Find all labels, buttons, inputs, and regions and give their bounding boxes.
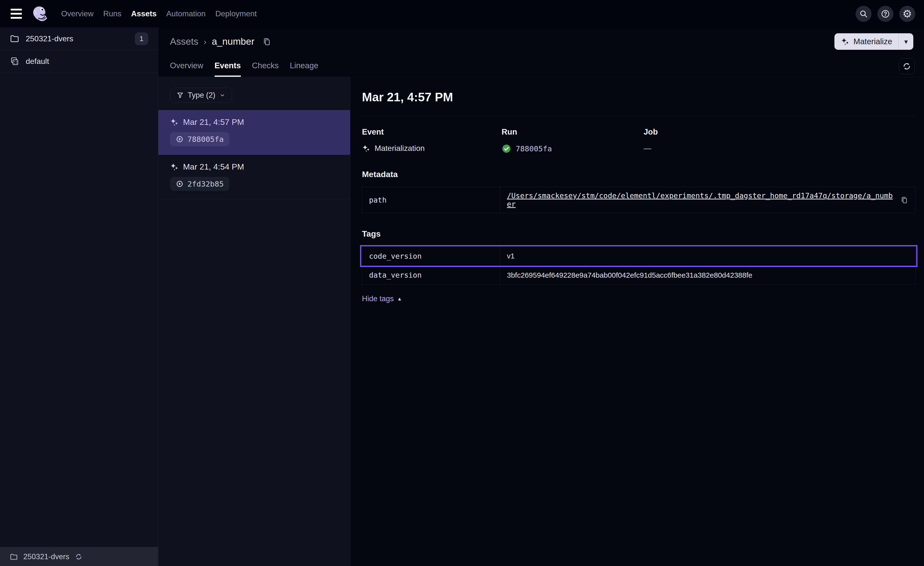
events-layout: Type (2) Mar 21, 4:57 PM 788005fa	[158, 77, 924, 566]
triangle-up-icon: ▲	[397, 296, 402, 302]
event-list-item[interactable]: Mar 21, 4:57 PM 788005fa	[158, 110, 350, 155]
event-list: Mar 21, 4:57 PM 788005fa Mar 21, 4:54 PM	[158, 110, 350, 199]
sidebar-item-250321-dvers[interactable]: 250321-dvers 1	[0, 27, 158, 50]
main-nav: Overview Runs Assets Automation Deployme…	[61, 9, 257, 18]
dagster-logo-icon[interactable]	[32, 5, 48, 23]
tab-events[interactable]: Events	[214, 61, 241, 77]
run-status-icon	[176, 180, 183, 188]
tag-value: v1	[507, 252, 514, 260]
materialization-sparkle-icon	[362, 144, 370, 152]
run-id-badge[interactable]: 2fd32b85	[170, 177, 230, 191]
tags-table: code_version v1 data_version 3bfc269594e…	[362, 246, 915, 285]
materialization-sparkle-icon	[170, 163, 178, 171]
event-column: Event Materialization	[362, 127, 502, 154]
asset-group-icon	[10, 56, 20, 66]
materialize-label: Materialize	[854, 37, 892, 46]
code-location-label: 250321-dvers	[23, 552, 69, 561]
event-detail-title: Mar 21, 4:57 PM	[362, 90, 915, 104]
type-filter-button[interactable]: Type (2)	[170, 88, 232, 103]
tab-checks[interactable]: Checks	[252, 61, 279, 77]
event-type-value: Materialization	[375, 144, 424, 153]
metadata-heading: Metadata	[362, 170, 915, 179]
folder-icon	[10, 552, 18, 561]
run-column-label: Run	[502, 127, 644, 137]
nav-assets[interactable]: Assets	[131, 9, 157, 18]
run-column: Run 788005fa	[502, 127, 644, 154]
nav-runs[interactable]: Runs	[103, 9, 122, 18]
sidebar: 250321-dvers 1 default 250321-dvers	[0, 27, 158, 566]
search-icon	[859, 9, 868, 18]
table-row: data_version 3bfc269594ef649228e9a74bab0…	[362, 265, 915, 285]
materialize-split-button: Materialize ▾	[834, 33, 914, 50]
search-button[interactable]	[855, 6, 872, 22]
menu-icon[interactable]	[10, 9, 22, 19]
table-row: code_version v1	[362, 247, 915, 265]
copy-icon	[262, 37, 272, 46]
tag-value: 3bfc269594ef649228e9a74bab00f042efc91d5a…	[507, 271, 752, 279]
page-header: Assets › a_number Materialize ▾	[158, 27, 924, 56]
metadata-path-link[interactable]: /Users/smackesey/stm/code/elementl/exper…	[507, 191, 893, 208]
filter-funnel-icon	[177, 92, 184, 99]
run-success-icon	[502, 144, 511, 154]
run-id-link[interactable]: 788005fa	[516, 144, 552, 153]
tags-heading: Tags	[362, 229, 915, 239]
sidebar-footer-code-location[interactable]: 250321-dvers	[0, 547, 158, 566]
job-column: Job —	[644, 127, 915, 154]
chevron-down-icon	[219, 92, 225, 98]
run-id: 2fd32b85	[188, 179, 224, 188]
metadata-table: path /Users/smackesey/stm/code/elementl/…	[362, 187, 915, 213]
event-summary-columns: Event Materialization Run 788005fa	[362, 127, 915, 154]
job-column-label: Job	[644, 127, 915, 137]
event-timestamp: Mar 21, 4:57 PM	[183, 117, 244, 127]
tab-overview[interactable]: Overview	[170, 61, 204, 77]
breadcrumb-assets-link[interactable]: Assets	[170, 36, 198, 47]
sparkle-icon	[841, 37, 849, 46]
run-id: 788005fa	[188, 135, 224, 144]
tag-key: data_version	[362, 266, 500, 285]
help-button[interactable]	[878, 6, 893, 22]
event-list-item[interactable]: Mar 21, 4:54 PM 2fd32b85	[158, 155, 350, 199]
event-detail-panel: Mar 21, 4:57 PM Event Materialization Ru…	[350, 77, 924, 566]
refresh-icon[interactable]	[75, 553, 82, 561]
nav-deployment[interactable]: Deployment	[215, 9, 257, 18]
events-list-panel: Type (2) Mar 21, 4:57 PM 788005fa	[158, 77, 350, 566]
nav-automation[interactable]: Automation	[166, 9, 206, 18]
copy-asset-name-button[interactable]	[262, 37, 272, 46]
gear-icon: ⚙	[902, 9, 912, 19]
asset-name: a_number	[212, 36, 254, 47]
refresh-events-button[interactable]	[899, 58, 915, 74]
breadcrumb: Assets › a_number	[170, 36, 272, 47]
help-icon	[881, 9, 890, 18]
caret-down-icon: ▾	[904, 38, 908, 46]
copy-icon	[900, 196, 909, 204]
tag-key: code_version	[362, 247, 500, 265]
refresh-icon	[902, 62, 911, 71]
top-navbar: Overview Runs Assets Automation Deployme…	[0, 0, 924, 27]
metadata-key: path	[362, 187, 500, 213]
folder-icon	[10, 34, 20, 44]
sidebar-item-default[interactable]: default	[0, 50, 158, 73]
materialize-dropdown-button[interactable]: ▾	[899, 33, 914, 50]
asset-count-badge: 1	[135, 32, 148, 45]
run-status-icon	[176, 135, 183, 143]
nav-overview[interactable]: Overview	[61, 9, 93, 18]
hide-tags-link[interactable]: Hide tags ▲	[362, 294, 402, 303]
content-column: Assets › a_number Materialize ▾ Overview…	[158, 27, 924, 566]
chevron-right-icon: ›	[204, 37, 206, 47]
event-column-label: Event	[362, 127, 502, 137]
navbar-actions: ⚙	[855, 6, 915, 22]
job-value: —	[644, 144, 651, 153]
table-row: path /Users/smackesey/stm/code/elementl/…	[362, 187, 915, 213]
materialize-button[interactable]: Materialize	[834, 33, 898, 50]
run-id-badge[interactable]: 788005fa	[170, 132, 230, 146]
event-timestamp: Mar 21, 4:54 PM	[183, 162, 244, 172]
copy-path-button[interactable]	[900, 196, 909, 204]
type-filter-label: Type (2)	[188, 91, 215, 99]
asset-tabs: Overview Events Checks Lineage	[158, 56, 924, 77]
filter-row: Type (2)	[158, 77, 350, 110]
hide-tags-label: Hide tags	[362, 294, 394, 303]
settings-button[interactable]: ⚙	[899, 6, 915, 22]
sidebar-item-label: default	[26, 57, 49, 66]
tab-lineage[interactable]: Lineage	[290, 61, 318, 77]
materialization-sparkle-icon	[170, 118, 178, 126]
